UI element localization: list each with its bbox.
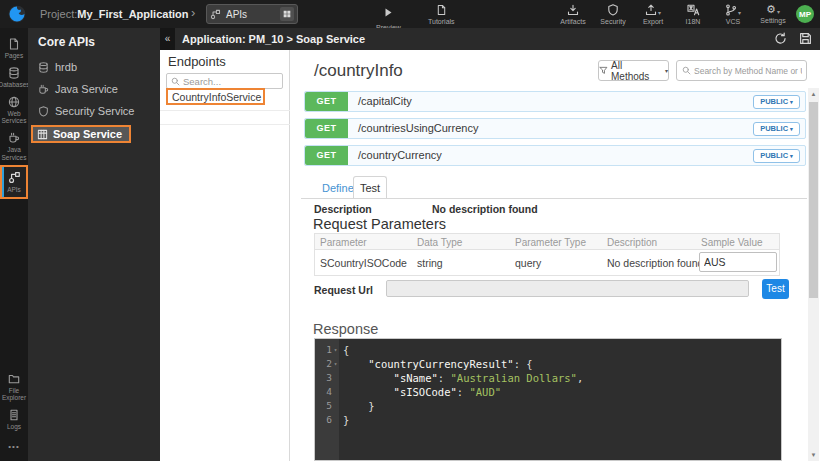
database-icon: [38, 62, 49, 73]
sidebar-item-databases[interactable]: Databases: [0, 63, 28, 92]
param-data-type: string: [417, 257, 443, 269]
workspace-tab-apis[interactable]: APIs: [206, 4, 298, 24]
endpoint-item-countryinfoservice[interactable]: CountryInfoService: [166, 88, 265, 105]
sidebar-item-web-services[interactable]: Web Services: [0, 92, 28, 129]
caret-down-icon: ▾: [738, 9, 741, 16]
sidebar-item-logs[interactable]: Logs: [0, 405, 28, 434]
page-title: /countryInfo: [314, 61, 403, 81]
scroll-up-button[interactable]: ▲: [808, 88, 819, 100]
topbar-tools: Artifacts Security ▾ Export I18N: [558, 4, 788, 25]
main-content: /countryInfo All Methods ▾ GET /capitalC…: [291, 50, 820, 461]
code-line: 5 }: [315, 399, 781, 413]
rail-spacer: [0, 199, 28, 369]
refresh-icon[interactable]: [774, 32, 787, 45]
sidebar-item-apis[interactable]: APIs: [0, 165, 28, 199]
wavemaker-logo-icon[interactable]: [7, 4, 27, 28]
collapse-panel-button[interactable]: «: [160, 28, 175, 50]
request-parameters-title: Request Parameters: [313, 216, 446, 232]
api-icon: [8, 171, 21, 184]
scrollbar-thumb[interactable]: [809, 102, 818, 298]
play-icon: [383, 4, 393, 22]
avatar[interactable]: MP: [796, 5, 814, 23]
sample-value-input[interactable]: [699, 252, 777, 272]
core-apis-panel: Core APIs hrdb Java Service Security Ser…: [28, 28, 160, 461]
description-label: Description: [314, 203, 372, 215]
code-line: 2▾ "countryCurrencyResult": {: [315, 357, 781, 371]
response-title: Response: [313, 321, 378, 337]
settings-button[interactable]: ⚙ ▾ Settings: [758, 4, 788, 25]
tab-divider: [301, 198, 807, 199]
translate-icon: [687, 4, 700, 16]
method-search-input[interactable]: [694, 66, 802, 76]
caret-down-icon: ▾: [790, 153, 793, 159]
save-icon[interactable]: [799, 32, 812, 45]
caret-down-icon: ▾: [790, 99, 793, 105]
soap-service-icon: [37, 129, 48, 140]
request-parameters-table: Parameter Data Type Parameter Type Descr…: [314, 233, 780, 276]
endpoints-panel: Endpoints CountryInfoService: [160, 50, 290, 461]
more-options-icon[interactable]: •••: [0, 434, 28, 461]
code-line: 6 }: [315, 413, 781, 427]
caret-down-icon: ▾: [658, 9, 661, 16]
grid-menu-icon[interactable]: [280, 7, 294, 21]
preview-button[interactable]: Preview: [376, 4, 401, 31]
endpoints-search[interactable]: [166, 73, 283, 89]
core-item-security-service[interactable]: Security Service: [28, 100, 160, 122]
visibility-dropdown[interactable]: PUBLIC▾: [753, 95, 800, 109]
caret-down-icon: ▾: [777, 8, 780, 15]
core-apis-title: Core APIs: [28, 28, 160, 56]
logs-icon: [8, 409, 20, 421]
i18n-button[interactable]: I18N: [678, 4, 708, 25]
caret-down-icon: ▾: [665, 67, 668, 74]
artifacts-button[interactable]: Artifacts: [558, 4, 588, 25]
security-button[interactable]: Security: [598, 4, 628, 25]
database-icon: [8, 67, 20, 79]
request-url-label: Request Url: [314, 284, 373, 296]
tab-test[interactable]: Test: [353, 176, 387, 199]
endpoints-search-input[interactable]: [183, 76, 271, 87]
tutorials-button[interactable]: Tutorials: [428, 4, 455, 25]
scroll-down-button[interactable]: ▼: [808, 449, 819, 461]
fold-caret-icon[interactable]: ▾: [332, 343, 339, 357]
method-row-capitalcity[interactable]: GET /capitalCity PUBLIC▾: [304, 91, 806, 112]
search-icon: [171, 77, 180, 86]
core-item-soap-service[interactable]: Soap Service: [31, 125, 131, 143]
response-code-editor[interactable]: 1▾ { 2▾ "countryCurrencyResult": { 3 "sN…: [314, 338, 782, 461]
table-header: Parameter Data Type Parameter Type Descr…: [315, 234, 779, 250]
left-rail: Pages Databases Web Services Java Servic…: [0, 28, 28, 461]
endpoints-title: Endpoints: [168, 54, 226, 69]
method-path: /countryCurrency: [358, 146, 442, 165]
test-button[interactable]: Test: [762, 279, 789, 299]
core-item-java-service[interactable]: Java Service: [28, 78, 160, 100]
search-icon: [682, 66, 691, 75]
method-row-countrycurrency[interactable]: GET /countryCurrency PUBLIC▾: [304, 145, 806, 166]
sidebar-item-pages[interactable]: Pages: [0, 34, 28, 63]
artifacts-download-icon: [567, 4, 579, 16]
vcs-button[interactable]: ▾ VCS: [718, 4, 748, 25]
table-row: SCountryISOCode string query No descript…: [315, 250, 779, 275]
http-verb-badge: GET: [305, 146, 348, 165]
core-item-hrdb[interactable]: hrdb: [28, 56, 160, 78]
app-breadcrumb: Application: PM_10 > Soap Service: [182, 28, 365, 50]
visibility-dropdown[interactable]: PUBLIC▾: [753, 122, 800, 136]
http-verb-badge: GET: [305, 119, 348, 138]
export-button[interactable]: ▾ Export: [638, 4, 668, 25]
visibility-dropdown[interactable]: PUBLIC▾: [753, 149, 800, 163]
app-header: « Application: PM_10 > Soap Service: [160, 28, 820, 50]
project-name: My_First_Application: [77, 8, 188, 20]
method-row-countriesusingcurrency[interactable]: GET /countriesUsingCurrency PUBLIC▾: [304, 118, 806, 139]
sidebar-item-file-explorer[interactable]: File Explorer: [0, 369, 28, 406]
project-label: Project:: [40, 8, 77, 20]
method-search[interactable]: [676, 60, 807, 81]
document-icon: [436, 4, 447, 16]
sidebar-item-java-services[interactable]: Java Services: [0, 128, 28, 165]
fold-caret-icon[interactable]: ▾: [332, 357, 339, 371]
export-upload-icon: [645, 4, 657, 16]
scrollbar-track[interactable]: ▲ ▼: [808, 88, 819, 461]
method-path: /countriesUsingCurrency: [358, 119, 478, 138]
shield-icon: [38, 106, 49, 117]
coffee-icon: [38, 84, 49, 95]
request-url-input[interactable]: [386, 280, 749, 297]
param-description: No description found: [607, 257, 703, 269]
methods-filter-dropdown[interactable]: All Methods ▾: [598, 60, 669, 81]
